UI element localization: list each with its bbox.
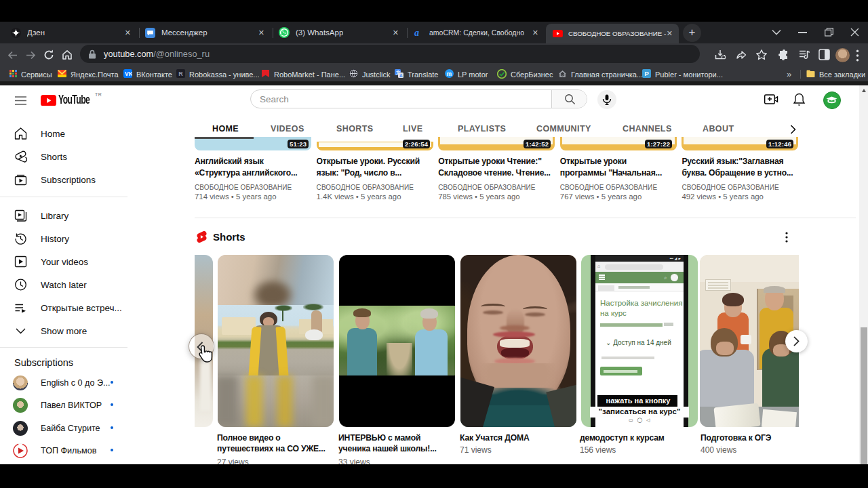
svg-text:a: a: [414, 28, 419, 38]
svg-text:VK: VK: [125, 70, 132, 77]
svg-text:m: m: [447, 70, 452, 77]
svg-text:P: P: [644, 70, 649, 77]
svg-text:A: A: [399, 73, 403, 78]
svg-text:R: R: [178, 70, 183, 77]
